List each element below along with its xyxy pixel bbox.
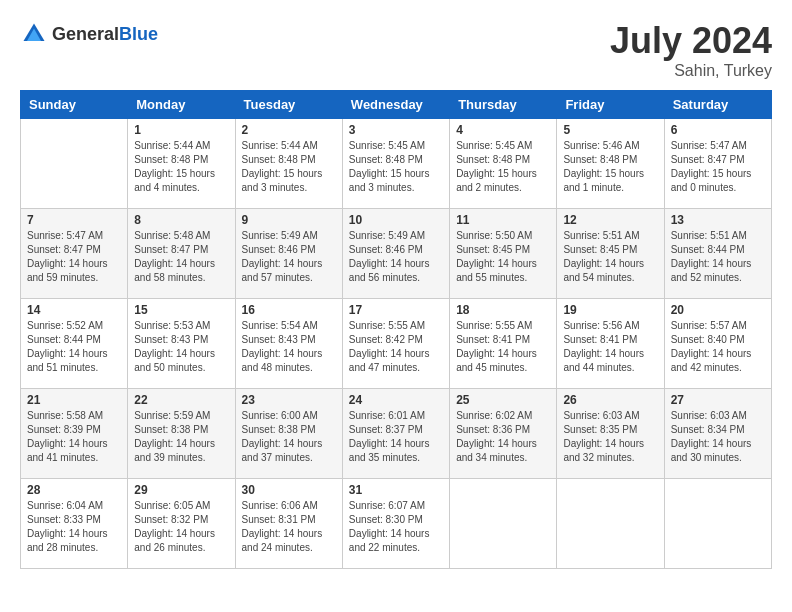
cell-info: Sunrise: 5:59 AM Sunset: 8:38 PM Dayligh… (134, 409, 228, 465)
sunrise: Sunrise: 5:56 AM (563, 320, 639, 331)
sunrise: Sunrise: 5:55 AM (349, 320, 425, 331)
cell-info: Sunrise: 5:54 AM Sunset: 8:43 PM Dayligh… (242, 319, 336, 375)
day-number: 5 (563, 123, 657, 137)
sunrise: Sunrise: 6:03 AM (563, 410, 639, 421)
cell-info: Sunrise: 5:52 AM Sunset: 8:44 PM Dayligh… (27, 319, 121, 375)
day-number: 23 (242, 393, 336, 407)
calendar-cell: 28 Sunrise: 6:04 AM Sunset: 8:33 PM Dayl… (21, 479, 128, 569)
day-number: 9 (242, 213, 336, 227)
month-year: July 2024 (610, 20, 772, 62)
sunrise: Sunrise: 5:59 AM (134, 410, 210, 421)
cell-info: Sunrise: 6:06 AM Sunset: 8:31 PM Dayligh… (242, 499, 336, 555)
day-number: 19 (563, 303, 657, 317)
daylight: Daylight: 14 hours and 57 minutes. (242, 258, 323, 283)
day-number: 7 (27, 213, 121, 227)
cell-info: Sunrise: 5:48 AM Sunset: 8:47 PM Dayligh… (134, 229, 228, 285)
calendar-cell: 24 Sunrise: 6:01 AM Sunset: 8:37 PM Dayl… (342, 389, 449, 479)
day-number: 16 (242, 303, 336, 317)
sunset: Sunset: 8:47 PM (134, 244, 208, 255)
calendar-cell: 3 Sunrise: 5:45 AM Sunset: 8:48 PM Dayli… (342, 119, 449, 209)
sunset: Sunset: 8:34 PM (671, 424, 745, 435)
logo-general: General (52, 24, 119, 44)
daylight: Daylight: 14 hours and 39 minutes. (134, 438, 215, 463)
calendar-cell: 9 Sunrise: 5:49 AM Sunset: 8:46 PM Dayli… (235, 209, 342, 299)
daylight: Daylight: 14 hours and 56 minutes. (349, 258, 430, 283)
day-number: 14 (27, 303, 121, 317)
calendar-week-3: 14 Sunrise: 5:52 AM Sunset: 8:44 PM Dayl… (21, 299, 772, 389)
sunset: Sunset: 8:46 PM (242, 244, 316, 255)
header-saturday: Saturday (664, 91, 771, 119)
daylight: Daylight: 15 hours and 4 minutes. (134, 168, 215, 193)
calendar-cell: 14 Sunrise: 5:52 AM Sunset: 8:44 PM Dayl… (21, 299, 128, 389)
daylight: Daylight: 14 hours and 24 minutes. (242, 528, 323, 553)
daylight: Daylight: 15 hours and 2 minutes. (456, 168, 537, 193)
daylight: Daylight: 14 hours and 22 minutes. (349, 528, 430, 553)
daylight: Daylight: 14 hours and 47 minutes. (349, 348, 430, 373)
cell-info: Sunrise: 5:47 AM Sunset: 8:47 PM Dayligh… (671, 139, 765, 195)
day-number: 22 (134, 393, 228, 407)
daylight: Daylight: 14 hours and 51 minutes. (27, 348, 108, 373)
cell-info: Sunrise: 6:00 AM Sunset: 8:38 PM Dayligh… (242, 409, 336, 465)
header-friday: Friday (557, 91, 664, 119)
day-number: 21 (27, 393, 121, 407)
sunset: Sunset: 8:30 PM (349, 514, 423, 525)
sunset: Sunset: 8:41 PM (456, 334, 530, 345)
sunrise: Sunrise: 5:44 AM (242, 140, 318, 151)
sunrise: Sunrise: 5:47 AM (671, 140, 747, 151)
sunrise: Sunrise: 5:49 AM (349, 230, 425, 241)
calendar-cell: 5 Sunrise: 5:46 AM Sunset: 8:48 PM Dayli… (557, 119, 664, 209)
sunrise: Sunrise: 5:54 AM (242, 320, 318, 331)
calendar-cell: 7 Sunrise: 5:47 AM Sunset: 8:47 PM Dayli… (21, 209, 128, 299)
cell-info: Sunrise: 6:02 AM Sunset: 8:36 PM Dayligh… (456, 409, 550, 465)
cell-info: Sunrise: 5:51 AM Sunset: 8:45 PM Dayligh… (563, 229, 657, 285)
day-number: 15 (134, 303, 228, 317)
logo: GeneralBlue (20, 20, 158, 48)
sunrise: Sunrise: 5:47 AM (27, 230, 103, 241)
sunrise: Sunrise: 6:06 AM (242, 500, 318, 511)
calendar-cell: 18 Sunrise: 5:55 AM Sunset: 8:41 PM Dayl… (450, 299, 557, 389)
day-number: 6 (671, 123, 765, 137)
daylight: Daylight: 14 hours and 50 minutes. (134, 348, 215, 373)
cell-info: Sunrise: 5:49 AM Sunset: 8:46 PM Dayligh… (349, 229, 443, 285)
logo-text: GeneralBlue (52, 24, 158, 45)
calendar-cell: 31 Sunrise: 6:07 AM Sunset: 8:30 PM Dayl… (342, 479, 449, 569)
day-number: 28 (27, 483, 121, 497)
sunset: Sunset: 8:36 PM (456, 424, 530, 435)
sunrise: Sunrise: 5:44 AM (134, 140, 210, 151)
day-number: 20 (671, 303, 765, 317)
header-monday: Monday (128, 91, 235, 119)
calendar-cell: 6 Sunrise: 5:47 AM Sunset: 8:47 PM Dayli… (664, 119, 771, 209)
sunset: Sunset: 8:48 PM (563, 154, 637, 165)
calendar-cell: 15 Sunrise: 5:53 AM Sunset: 8:43 PM Dayl… (128, 299, 235, 389)
day-number: 30 (242, 483, 336, 497)
sunrise: Sunrise: 6:01 AM (349, 410, 425, 421)
calendar-cell: 17 Sunrise: 5:55 AM Sunset: 8:42 PM Dayl… (342, 299, 449, 389)
calendar-cell (21, 119, 128, 209)
title-section: July 2024 Sahin, Turkey (610, 20, 772, 80)
sunrise: Sunrise: 5:49 AM (242, 230, 318, 241)
day-number: 2 (242, 123, 336, 137)
sunrise: Sunrise: 6:04 AM (27, 500, 103, 511)
day-number: 8 (134, 213, 228, 227)
page-header: GeneralBlue July 2024 Sahin, Turkey (20, 20, 772, 80)
calendar-week-5: 28 Sunrise: 6:04 AM Sunset: 8:33 PM Dayl… (21, 479, 772, 569)
cell-info: Sunrise: 5:45 AM Sunset: 8:48 PM Dayligh… (349, 139, 443, 195)
sunset: Sunset: 8:46 PM (349, 244, 423, 255)
header-tuesday: Tuesday (235, 91, 342, 119)
sunset: Sunset: 8:42 PM (349, 334, 423, 345)
header-wednesday: Wednesday (342, 91, 449, 119)
sunrise: Sunrise: 5:50 AM (456, 230, 532, 241)
calendar-cell: 27 Sunrise: 6:03 AM Sunset: 8:34 PM Dayl… (664, 389, 771, 479)
cell-info: Sunrise: 5:55 AM Sunset: 8:42 PM Dayligh… (349, 319, 443, 375)
calendar-cell (664, 479, 771, 569)
cell-info: Sunrise: 6:03 AM Sunset: 8:35 PM Dayligh… (563, 409, 657, 465)
day-number: 24 (349, 393, 443, 407)
sunrise: Sunrise: 5:45 AM (349, 140, 425, 151)
daylight: Daylight: 15 hours and 3 minutes. (349, 168, 430, 193)
daylight: Daylight: 14 hours and 34 minutes. (456, 438, 537, 463)
header-thursday: Thursday (450, 91, 557, 119)
cell-info: Sunrise: 5:44 AM Sunset: 8:48 PM Dayligh… (242, 139, 336, 195)
calendar-cell (450, 479, 557, 569)
sunset: Sunset: 8:45 PM (456, 244, 530, 255)
day-number: 29 (134, 483, 228, 497)
